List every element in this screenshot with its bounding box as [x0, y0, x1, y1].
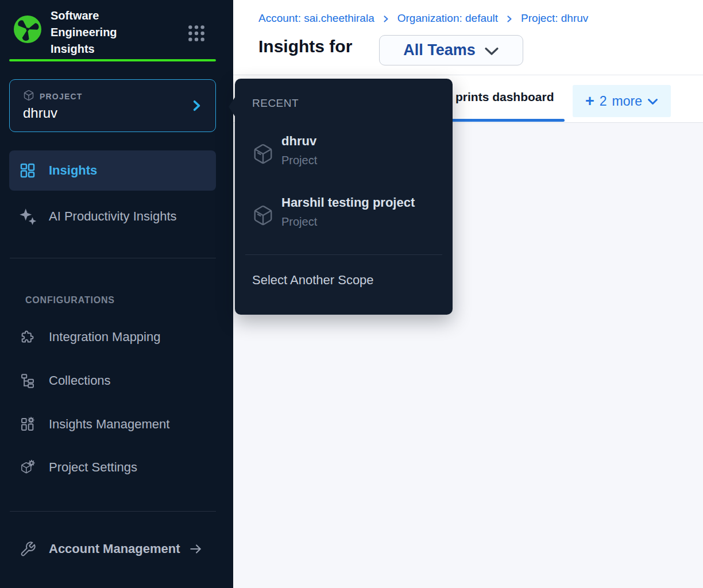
project-label-row: PROJECT	[23, 90, 83, 103]
brand-accent-bar	[9, 59, 216, 61]
header-divider	[233, 75, 703, 75]
sidebar-item-integration-mapping[interactable]: Integration Mapping	[9, 317, 216, 357]
sidebar-item-label: Account Management	[49, 541, 180, 556]
scope-item-type: Project	[281, 154, 317, 167]
sidebar: Software Engineering Insights PROJECT dh…	[0, 0, 233, 588]
page-title: Insights for	[258, 37, 352, 56]
breadcrumb-account-link[interactable]: Account: sai.cheethirala	[258, 12, 374, 25]
breadcrumb-organization-link[interactable]: Organization: default	[397, 12, 498, 25]
sidebar-item-project-settings[interactable]: Project Settings	[9, 447, 216, 488]
package-icon	[252, 143, 274, 167]
sidebar-item-insights-management[interactable]: Insights Management	[9, 404, 216, 444]
sidebar-item-label: Insights Management	[49, 417, 169, 432]
project-selector-label: PROJECT	[40, 92, 83, 101]
chevron-right-icon	[383, 15, 389, 23]
dashboard-icon	[17, 162, 38, 179]
tab-sprints-dashboard[interactable]: prints dashboard	[455, 90, 554, 104]
team-selector-button[interactable]: All Teams	[379, 35, 523, 65]
sidebar-divider	[10, 511, 216, 512]
sparkles-icon	[17, 207, 38, 226]
recent-scope-item-dhruv[interactable]: dhruv Project	[252, 134, 441, 167]
arrow-right-icon	[187, 541, 204, 556]
sidebar-item-insights[interactable]: Insights	[9, 150, 216, 191]
sidebar-item-label: Collections	[49, 373, 111, 388]
scope-recent-popover: RECENT dhruv Project Harshil testing pro…	[235, 79, 453, 315]
apps-grid-icon[interactable]	[187, 24, 206, 42]
package-gear-icon	[17, 459, 38, 475]
sidebar-divider	[10, 258, 216, 258]
sidebar-item-label: Integration Mapping	[49, 330, 160, 345]
scope-item-text: Harshil testing project Project	[281, 195, 415, 229]
sidebar-item-ai-productivity-insights[interactable]: AI Productivity Insights	[9, 196, 216, 237]
app-title: Software Engineering Insights	[51, 7, 151, 57]
tools-icon	[17, 541, 38, 558]
select-another-scope-button[interactable]: Select Another Scope	[252, 273, 374, 288]
breadcrumb-project-link[interactable]: Project: dhruv	[521, 12, 588, 25]
dashboard-gear-icon	[17, 416, 38, 432]
app-logo-icon	[13, 14, 43, 44]
chevron-down-icon	[484, 47, 499, 56]
sidebar-item-account-management[interactable]: Account Management	[9, 529, 216, 569]
breadcrumb: Account: sai.cheethirala Organization: d…	[258, 12, 588, 25]
sidebar-item-label: Project Settings	[49, 460, 137, 475]
chevron-down-icon	[647, 98, 658, 106]
more-tabs-count: 2	[600, 94, 607, 109]
package-icon	[252, 204, 274, 229]
configurations-section-label: CONFIGURATIONS	[25, 295, 115, 305]
project-scope-selector[interactable]: PROJECT dhruv	[9, 79, 216, 132]
sidebar-item-collections[interactable]: Collections	[9, 361, 216, 401]
plus-icon: +	[585, 94, 594, 109]
collections-tree-icon	[17, 373, 38, 389]
popover-divider	[245, 254, 442, 255]
chevron-right-icon[interactable]	[190, 99, 203, 114]
sidebar-item-label: Insights	[49, 163, 97, 178]
more-tabs-label: more	[612, 94, 642, 109]
recent-section-label: RECENT	[252, 97, 299, 110]
chevron-right-icon	[506, 15, 513, 23]
package-icon	[23, 90, 34, 103]
scope-item-name: dhruv	[281, 134, 317, 149]
project-selector-value: dhruv	[23, 105, 57, 121]
sidebar-item-label: AI Productivity Insights	[49, 209, 177, 224]
recent-scope-item-harshil-testing-project[interactable]: Harshil testing project Project	[252, 195, 441, 229]
popover-arrow	[229, 96, 235, 117]
scope-item-name: Harshil testing project	[281, 195, 415, 210]
scope-item-type: Project	[281, 215, 415, 229]
scope-item-text: dhruv Project	[281, 134, 317, 167]
more-tabs-button[interactable]: + 2 more	[573, 85, 671, 117]
puzzle-icon	[17, 329, 38, 345]
team-selector-value: All Teams	[403, 41, 476, 59]
